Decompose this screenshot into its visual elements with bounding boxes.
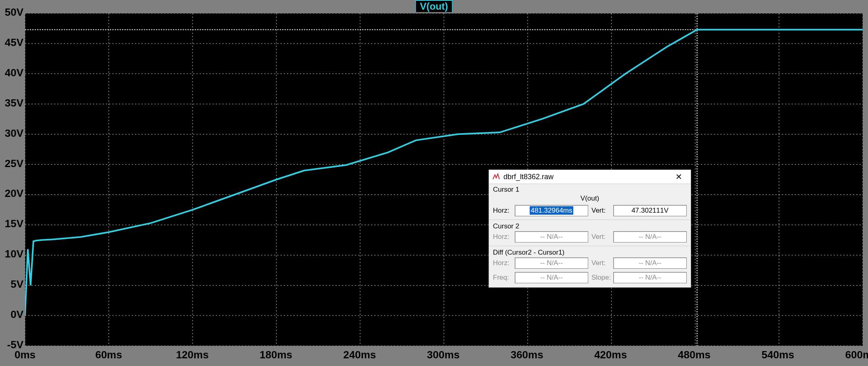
cursor-1-crosshair[interactable] xyxy=(25,13,863,346)
x-tick-label: 120ms xyxy=(168,349,216,361)
cursor2-vert-label: Vert: xyxy=(591,233,610,241)
cursor1-row: Horz: 481.32964ms Vert: 47.302111V xyxy=(489,204,691,219)
cursor1-trace-label: V(out) xyxy=(489,194,691,204)
diff-freq-label: Freq: xyxy=(493,274,512,282)
grid-horizontal xyxy=(25,13,863,346)
dialog-titlebar[interactable]: dbrf_lt8362.raw ✕ xyxy=(489,170,691,184)
dialog-title: dbrf_lt8362.raw xyxy=(503,173,670,181)
cursor1-horz-field[interactable]: 481.32964ms xyxy=(515,205,588,216)
cursor2-horz-field[interactable]: -- N/A-- xyxy=(515,231,588,243)
y-tick-label: 5V xyxy=(0,278,23,291)
cursor2-section-label: Cursor 2 xyxy=(489,221,691,230)
cursor1-horz-label: Horz: xyxy=(493,207,512,215)
diff-row2: Freq: -- N/A-- Slope: -- N/A-- xyxy=(489,271,691,287)
diff-slope-field[interactable]: -- N/A-- xyxy=(613,272,687,283)
waveform-plot[interactable] xyxy=(25,12,864,347)
grid-vertical xyxy=(25,13,863,346)
y-tick-label: 15V xyxy=(0,218,23,230)
cursor1-vert-field[interactable]: 47.302111V xyxy=(613,205,687,216)
diff-section-label: Diff (Cursor2 - Cursor1) xyxy=(489,247,691,257)
cursor2-horz-label: Horz: xyxy=(493,233,512,241)
trace-legend-label: V(out) xyxy=(420,1,448,12)
diff-vert-label: Vert: xyxy=(591,259,610,267)
x-tick-label: 180ms xyxy=(252,349,300,361)
x-tick-label: 240ms xyxy=(335,349,384,361)
x-tick-label: 0ms xyxy=(1,349,49,361)
x-tick-label: 300ms xyxy=(419,349,468,361)
cursor2-vert-field[interactable]: -- N/A-- xyxy=(613,231,687,243)
diff-freq-field[interactable]: -- N/A-- xyxy=(515,272,588,283)
y-tick-label: 40V xyxy=(0,66,23,79)
close-icon[interactable]: ✕ xyxy=(670,172,688,181)
y-tick-label: 20V xyxy=(0,187,23,200)
plot-canvas xyxy=(25,13,863,346)
y-tick-label: 45V xyxy=(0,36,23,48)
diff-row1: Horz: -- N/A-- Vert: -- N/A-- xyxy=(489,257,691,271)
y-tick-label: 10V xyxy=(0,248,23,260)
x-tick-label: 600ms xyxy=(837,349,868,361)
x-tick-label: 540ms xyxy=(754,349,802,361)
diff-slope-label: Slope: xyxy=(591,274,610,282)
y-tick-label: 50V xyxy=(0,6,23,19)
y-tick-label: 0V xyxy=(0,308,23,321)
diff-horz-field[interactable]: -- N/A-- xyxy=(515,257,588,269)
app-icon xyxy=(492,173,500,181)
x-tick-label: 480ms xyxy=(670,349,719,361)
cursor-info-dialog[interactable]: dbrf_lt8362.raw ✕ Cursor 1 V(out) Horz: … xyxy=(489,169,691,288)
x-tick-label: 60ms xyxy=(84,349,133,361)
y-tick-label: 35V xyxy=(0,96,23,109)
cursor2-row: Horz: -- N/A-- Vert: -- N/A-- xyxy=(489,230,691,245)
diff-vert-field[interactable]: -- N/A-- xyxy=(613,257,687,269)
diff-horz-label: Horz: xyxy=(493,259,512,267)
cursor1-vert-label: Vert: xyxy=(591,207,610,215)
cursor1-section-label: Cursor 1 xyxy=(489,184,691,194)
x-tick-label: 420ms xyxy=(586,349,635,361)
trace-legend[interactable]: V(out) xyxy=(415,0,453,13)
x-tick-label: 360ms xyxy=(503,349,551,361)
y-tick-label: 25V xyxy=(0,157,23,169)
y-tick-label: 30V xyxy=(0,127,23,139)
